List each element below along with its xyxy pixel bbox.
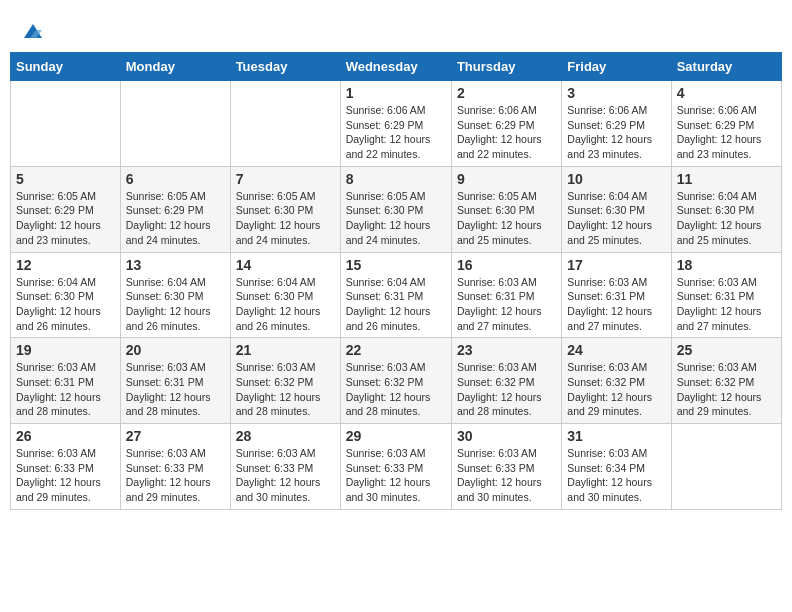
day-info: Sunrise: 6:06 AM Sunset: 6:29 PM Dayligh…	[677, 103, 776, 162]
calendar-cell	[11, 81, 121, 167]
calendar-cell: 18Sunrise: 6:03 AM Sunset: 6:31 PM Dayli…	[671, 252, 781, 338]
day-info: Sunrise: 6:03 AM Sunset: 6:32 PM Dayligh…	[346, 360, 446, 419]
day-number: 14	[236, 257, 335, 273]
day-number: 2	[457, 85, 556, 101]
day-number: 13	[126, 257, 225, 273]
day-number: 31	[567, 428, 665, 444]
calendar-cell: 14Sunrise: 6:04 AM Sunset: 6:30 PM Dayli…	[230, 252, 340, 338]
calendar-day-header: Sunday	[11, 53, 121, 81]
day-info: Sunrise: 6:03 AM Sunset: 6:31 PM Dayligh…	[677, 275, 776, 334]
calendar-cell: 3Sunrise: 6:06 AM Sunset: 6:29 PM Daylig…	[562, 81, 671, 167]
calendar-week-row: 19Sunrise: 6:03 AM Sunset: 6:31 PM Dayli…	[11, 338, 782, 424]
calendar-cell: 19Sunrise: 6:03 AM Sunset: 6:31 PM Dayli…	[11, 338, 121, 424]
calendar-cell: 8Sunrise: 6:05 AM Sunset: 6:30 PM Daylig…	[340, 166, 451, 252]
calendar-cell	[230, 81, 340, 167]
calendar-cell: 9Sunrise: 6:05 AM Sunset: 6:30 PM Daylig…	[451, 166, 561, 252]
day-number: 12	[16, 257, 115, 273]
calendar-day-header: Tuesday	[230, 53, 340, 81]
calendar-cell: 26Sunrise: 6:03 AM Sunset: 6:33 PM Dayli…	[11, 424, 121, 510]
day-info: Sunrise: 6:04 AM Sunset: 6:31 PM Dayligh…	[346, 275, 446, 334]
day-number: 23	[457, 342, 556, 358]
calendar-cell: 12Sunrise: 6:04 AM Sunset: 6:30 PM Dayli…	[11, 252, 121, 338]
day-info: Sunrise: 6:03 AM Sunset: 6:33 PM Dayligh…	[236, 446, 335, 505]
day-number: 9	[457, 171, 556, 187]
day-number: 15	[346, 257, 446, 273]
day-info: Sunrise: 6:03 AM Sunset: 6:31 PM Dayligh…	[457, 275, 556, 334]
day-info: Sunrise: 6:03 AM Sunset: 6:32 PM Dayligh…	[677, 360, 776, 419]
day-number: 21	[236, 342, 335, 358]
calendar-cell	[671, 424, 781, 510]
day-info: Sunrise: 6:03 AM Sunset: 6:31 PM Dayligh…	[126, 360, 225, 419]
calendar-cell: 15Sunrise: 6:04 AM Sunset: 6:31 PM Dayli…	[340, 252, 451, 338]
calendar-cell: 22Sunrise: 6:03 AM Sunset: 6:32 PM Dayli…	[340, 338, 451, 424]
calendar-cell: 11Sunrise: 6:04 AM Sunset: 6:30 PM Dayli…	[671, 166, 781, 252]
day-info: Sunrise: 6:03 AM Sunset: 6:32 PM Dayligh…	[236, 360, 335, 419]
page-header	[10, 10, 782, 47]
day-info: Sunrise: 6:03 AM Sunset: 6:31 PM Dayligh…	[16, 360, 115, 419]
day-number: 6	[126, 171, 225, 187]
day-info: Sunrise: 6:04 AM Sunset: 6:30 PM Dayligh…	[16, 275, 115, 334]
day-info: Sunrise: 6:03 AM Sunset: 6:33 PM Dayligh…	[457, 446, 556, 505]
calendar-cell: 23Sunrise: 6:03 AM Sunset: 6:32 PM Dayli…	[451, 338, 561, 424]
calendar-week-row: 26Sunrise: 6:03 AM Sunset: 6:33 PM Dayli…	[11, 424, 782, 510]
calendar-cell: 7Sunrise: 6:05 AM Sunset: 6:30 PM Daylig…	[230, 166, 340, 252]
day-number: 26	[16, 428, 115, 444]
day-number: 17	[567, 257, 665, 273]
day-number: 28	[236, 428, 335, 444]
calendar-cell: 29Sunrise: 6:03 AM Sunset: 6:33 PM Dayli…	[340, 424, 451, 510]
day-number: 22	[346, 342, 446, 358]
day-info: Sunrise: 6:03 AM Sunset: 6:33 PM Dayligh…	[346, 446, 446, 505]
day-number: 24	[567, 342, 665, 358]
calendar-day-header: Thursday	[451, 53, 561, 81]
day-info: Sunrise: 6:03 AM Sunset: 6:33 PM Dayligh…	[16, 446, 115, 505]
calendar-cell: 10Sunrise: 6:04 AM Sunset: 6:30 PM Dayli…	[562, 166, 671, 252]
day-info: Sunrise: 6:03 AM Sunset: 6:34 PM Dayligh…	[567, 446, 665, 505]
calendar-cell	[120, 81, 230, 167]
day-number: 8	[346, 171, 446, 187]
day-number: 4	[677, 85, 776, 101]
calendar-day-header: Wednesday	[340, 53, 451, 81]
calendar-cell: 28Sunrise: 6:03 AM Sunset: 6:33 PM Dayli…	[230, 424, 340, 510]
day-info: Sunrise: 6:03 AM Sunset: 6:33 PM Dayligh…	[126, 446, 225, 505]
calendar-cell: 24Sunrise: 6:03 AM Sunset: 6:32 PM Dayli…	[562, 338, 671, 424]
day-info: Sunrise: 6:04 AM Sunset: 6:30 PM Dayligh…	[126, 275, 225, 334]
day-number: 29	[346, 428, 446, 444]
day-info: Sunrise: 6:05 AM Sunset: 6:30 PM Dayligh…	[346, 189, 446, 248]
day-info: Sunrise: 6:06 AM Sunset: 6:29 PM Dayligh…	[346, 103, 446, 162]
day-number: 30	[457, 428, 556, 444]
logo	[20, 20, 44, 42]
day-number: 25	[677, 342, 776, 358]
calendar-cell: 31Sunrise: 6:03 AM Sunset: 6:34 PM Dayli…	[562, 424, 671, 510]
calendar-table: SundayMondayTuesdayWednesdayThursdayFrid…	[10, 52, 782, 510]
calendar-day-header: Friday	[562, 53, 671, 81]
day-number: 18	[677, 257, 776, 273]
calendar-cell: 2Sunrise: 6:06 AM Sunset: 6:29 PM Daylig…	[451, 81, 561, 167]
day-number: 20	[126, 342, 225, 358]
calendar-cell: 4Sunrise: 6:06 AM Sunset: 6:29 PM Daylig…	[671, 81, 781, 167]
day-number: 1	[346, 85, 446, 101]
calendar-week-row: 12Sunrise: 6:04 AM Sunset: 6:30 PM Dayli…	[11, 252, 782, 338]
day-info: Sunrise: 6:06 AM Sunset: 6:29 PM Dayligh…	[567, 103, 665, 162]
day-number: 27	[126, 428, 225, 444]
calendar-day-header: Monday	[120, 53, 230, 81]
day-info: Sunrise: 6:04 AM Sunset: 6:30 PM Dayligh…	[677, 189, 776, 248]
calendar-cell: 20Sunrise: 6:03 AM Sunset: 6:31 PM Dayli…	[120, 338, 230, 424]
day-number: 19	[16, 342, 115, 358]
calendar-header-row: SundayMondayTuesdayWednesdayThursdayFrid…	[11, 53, 782, 81]
calendar-cell: 25Sunrise: 6:03 AM Sunset: 6:32 PM Dayli…	[671, 338, 781, 424]
day-number: 16	[457, 257, 556, 273]
day-info: Sunrise: 6:03 AM Sunset: 6:32 PM Dayligh…	[457, 360, 556, 419]
day-info: Sunrise: 6:03 AM Sunset: 6:31 PM Dayligh…	[567, 275, 665, 334]
day-number: 10	[567, 171, 665, 187]
calendar-cell: 17Sunrise: 6:03 AM Sunset: 6:31 PM Dayli…	[562, 252, 671, 338]
logo-icon	[22, 20, 44, 42]
day-number: 3	[567, 85, 665, 101]
calendar-cell: 6Sunrise: 6:05 AM Sunset: 6:29 PM Daylig…	[120, 166, 230, 252]
calendar-cell: 1Sunrise: 6:06 AM Sunset: 6:29 PM Daylig…	[340, 81, 451, 167]
day-number: 11	[677, 171, 776, 187]
day-info: Sunrise: 6:03 AM Sunset: 6:32 PM Dayligh…	[567, 360, 665, 419]
day-info: Sunrise: 6:05 AM Sunset: 6:29 PM Dayligh…	[16, 189, 115, 248]
day-info: Sunrise: 6:04 AM Sunset: 6:30 PM Dayligh…	[236, 275, 335, 334]
calendar-cell: 5Sunrise: 6:05 AM Sunset: 6:29 PM Daylig…	[11, 166, 121, 252]
calendar-cell: 13Sunrise: 6:04 AM Sunset: 6:30 PM Dayli…	[120, 252, 230, 338]
